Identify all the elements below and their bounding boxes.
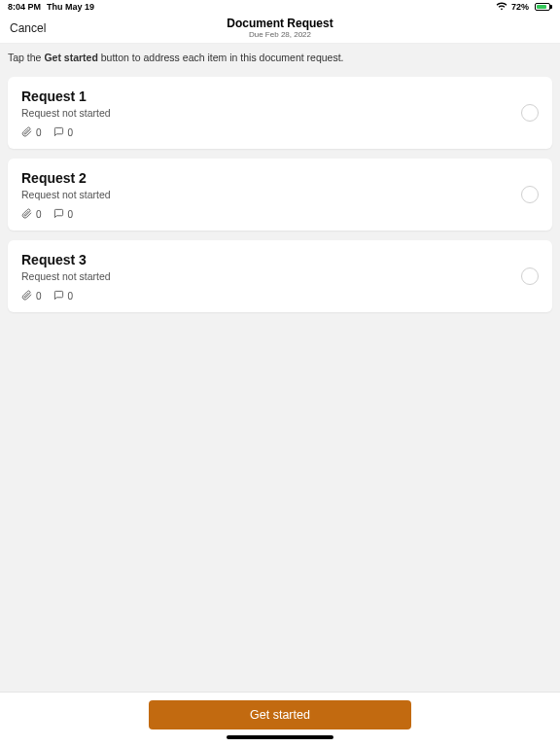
page-title: Document Request: [0, 18, 560, 30]
request-title: Request 1: [21, 89, 539, 104]
get-started-button[interactable]: Get started: [149, 700, 411, 729]
bottom-bar: Get started: [0, 692, 560, 747]
request-title: Request 2: [21, 170, 539, 186]
comments-count: 0: [68, 291, 74, 302]
request-status: Request not started: [21, 270, 539, 282]
page-subtitle: Due Feb 28, 2022: [0, 31, 560, 40]
comment-icon: [53, 290, 64, 302]
cancel-button[interactable]: Cancel: [10, 21, 46, 35]
battery-icon: [533, 3, 552, 11]
status-time: 8:04 PM: [8, 2, 41, 12]
paperclip-icon: [21, 208, 32, 221]
status-circle-icon: [521, 104, 539, 122]
comment-icon: [53, 208, 64, 221]
status-circle-icon: [521, 267, 539, 285]
request-list: Request 1 Request not started 0 0 Reques…: [0, 71, 560, 328]
request-card[interactable]: Request 3 Request not started 0 0: [8, 240, 552, 312]
battery-percent: 72%: [511, 2, 529, 12]
attachments-count: 0: [36, 127, 42, 138]
paperclip-icon: [21, 126, 32, 139]
attachments-count: 0: [36, 291, 42, 302]
comments-count: 0: [68, 209, 74, 220]
attachments-count: 0: [36, 209, 42, 220]
request-status: Request not started: [21, 107, 539, 119]
nav-bar: Cancel Document Request Due Feb 28, 2022: [0, 14, 560, 43]
comments-count: 0: [68, 127, 74, 138]
request-card[interactable]: Request 2 Request not started 0 0: [8, 159, 552, 231]
request-card[interactable]: Request 1 Request not started 0 0: [8, 77, 552, 149]
home-indicator: [227, 735, 333, 739]
status-circle-icon: [521, 186, 539, 203]
request-status: Request not started: [21, 189, 539, 200]
status-date: Thu May 19: [47, 2, 94, 12]
instruction-text: Tap the Get started button to address ea…: [0, 43, 560, 71]
paperclip-icon: [21, 290, 32, 302]
wifi-icon: [496, 2, 508, 13]
request-title: Request 3: [21, 252, 539, 267]
status-bar: 8:04 PM Thu May 19 72%: [0, 0, 560, 14]
comment-icon: [53, 126, 64, 139]
